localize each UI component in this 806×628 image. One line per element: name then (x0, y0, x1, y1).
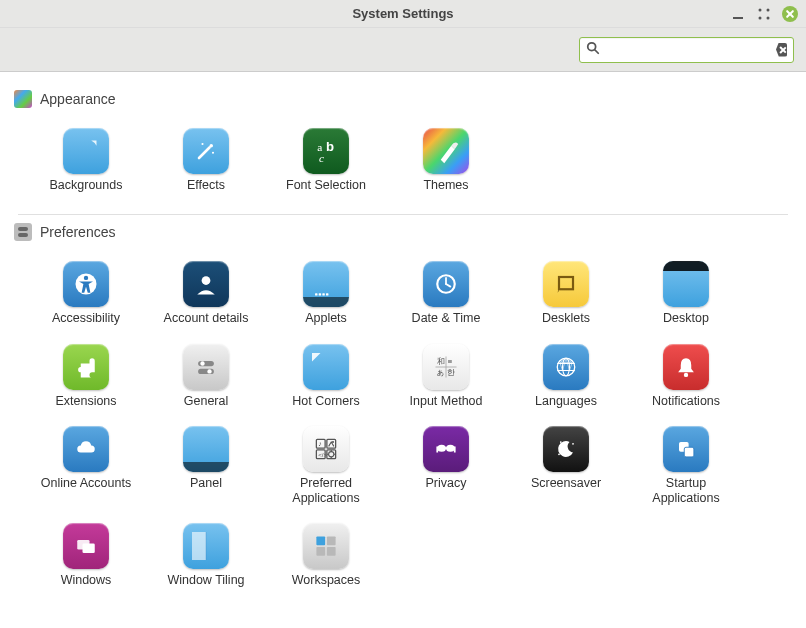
item-preferred-applications[interactable]: ♪</> Preferred Applications (266, 422, 386, 509)
item-font-selection[interactable]: abc Font Selection (266, 124, 386, 196)
item-label: Hot Corners (292, 394, 359, 408)
item-label: Languages (535, 394, 597, 408)
item-label: Applets (305, 311, 347, 325)
item-label: Workspaces (292, 573, 361, 587)
item-effects[interactable]: Effects (146, 124, 266, 196)
languages-icon (543, 344, 589, 390)
panel-icon (183, 426, 229, 472)
close-button[interactable] (782, 6, 798, 22)
item-desklets[interactable]: Desklets (506, 257, 626, 329)
item-window-tiling[interactable]: Window Tiling (146, 519, 266, 591)
svg-line-7 (199, 148, 210, 159)
item-themes[interactable]: Themes (386, 124, 506, 196)
clear-search-icon[interactable] (776, 43, 787, 57)
screensaver-icon (543, 426, 589, 472)
hot-corners-icon (303, 344, 349, 390)
preferences-grid: Accessibility Account details Applets Da… (10, 249, 796, 609)
maximize-button[interactable] (756, 6, 772, 22)
svg-point-16 (202, 277, 211, 286)
item-privacy[interactable]: Privacy (386, 422, 506, 509)
section-title: Appearance (40, 91, 116, 107)
item-label: Desktop (663, 311, 709, 325)
minimize-button[interactable] (730, 6, 746, 22)
toolbar (0, 28, 806, 72)
svg-point-2 (767, 8, 770, 11)
window-controls (730, 6, 798, 22)
svg-rect-64 (327, 547, 336, 556)
svg-point-47 (329, 452, 334, 457)
titlebar: System Settings (0, 0, 806, 28)
appearance-grid: Backgrounds Effects abc Font Selection T… (10, 116, 796, 214)
svg-text:あ: あ (437, 369, 444, 377)
item-screensaver[interactable]: Screensaver (506, 422, 626, 509)
svg-line-23 (446, 284, 450, 287)
search-input[interactable] (604, 42, 772, 57)
svg-rect-0 (733, 17, 743, 19)
item-input-method[interactable]: 和≡あ한 Input Method (386, 340, 506, 412)
svg-point-51 (560, 441, 562, 443)
svg-line-6 (595, 50, 599, 54)
svg-point-10 (212, 152, 214, 154)
item-label: Notifications (652, 394, 720, 408)
section-header-preferences: Preferences (10, 215, 796, 249)
svg-rect-17 (315, 294, 317, 296)
item-label: Preferred Applications (271, 476, 381, 505)
themes-icon (423, 128, 469, 174)
item-windows[interactable]: Windows (26, 519, 146, 591)
account-details-icon (183, 261, 229, 307)
search-box[interactable] (579, 37, 794, 63)
svg-text:和: 和 (437, 357, 445, 366)
font-selection-icon: abc (303, 128, 349, 174)
item-online-accounts[interactable]: Online Accounts (26, 422, 146, 509)
item-startup-applications[interactable]: Startup Applications (626, 422, 746, 509)
svg-rect-61 (316, 536, 325, 545)
svg-text:한: 한 (447, 368, 455, 377)
item-languages[interactable]: Languages (506, 340, 626, 412)
svg-point-4 (767, 16, 770, 19)
item-label: Window Tiling (167, 573, 244, 587)
svg-rect-57 (83, 543, 95, 553)
item-label: Accessibility (52, 311, 120, 325)
svg-rect-62 (327, 536, 336, 545)
content-area: Appearance Backgrounds Effects abc Font … (0, 72, 806, 628)
svg-rect-63 (316, 547, 325, 556)
section-title: Preferences (40, 224, 115, 240)
item-general[interactable]: General (146, 340, 266, 412)
item-date-time[interactable]: Date & Time (386, 257, 506, 329)
backgrounds-icon (63, 128, 109, 174)
applets-icon (303, 261, 349, 307)
item-notifications[interactable]: Notifications (626, 340, 746, 412)
item-desktop[interactable]: Desktop (626, 257, 746, 329)
svg-rect-20 (326, 294, 328, 296)
item-workspaces[interactable]: Workspaces (266, 519, 386, 591)
item-accessibility[interactable]: Accessibility (26, 257, 146, 329)
svg-point-53 (558, 454, 560, 456)
item-panel[interactable]: Panel (146, 422, 266, 509)
item-label: Screensaver (531, 476, 601, 490)
svg-rect-55 (684, 447, 694, 457)
svg-point-39 (684, 372, 688, 376)
general-icon (183, 344, 229, 390)
svg-point-8 (210, 144, 214, 148)
svg-text:b: b (326, 139, 334, 154)
item-extensions[interactable]: Extensions (26, 340, 146, 412)
privacy-icon (423, 426, 469, 472)
svg-point-15 (84, 276, 88, 280)
svg-point-52 (572, 443, 574, 445)
item-label: Account details (164, 311, 249, 325)
svg-rect-50 (444, 447, 448, 449)
item-hot-corners[interactable]: Hot Corners (266, 340, 386, 412)
online-accounts-icon (63, 426, 109, 472)
item-label: Effects (187, 178, 225, 192)
item-applets[interactable]: Applets (266, 257, 386, 329)
item-label: Themes (423, 178, 468, 192)
svg-point-1 (759, 8, 762, 11)
svg-rect-58 (192, 532, 206, 560)
item-label: Date & Time (412, 311, 481, 325)
item-account-details[interactable]: Account details (146, 257, 266, 329)
desktop-icon (663, 261, 709, 307)
item-backgrounds[interactable]: Backgrounds (26, 124, 146, 196)
window-title: System Settings (352, 6, 453, 21)
accessibility-icon (63, 261, 109, 307)
svg-point-35 (557, 358, 575, 376)
